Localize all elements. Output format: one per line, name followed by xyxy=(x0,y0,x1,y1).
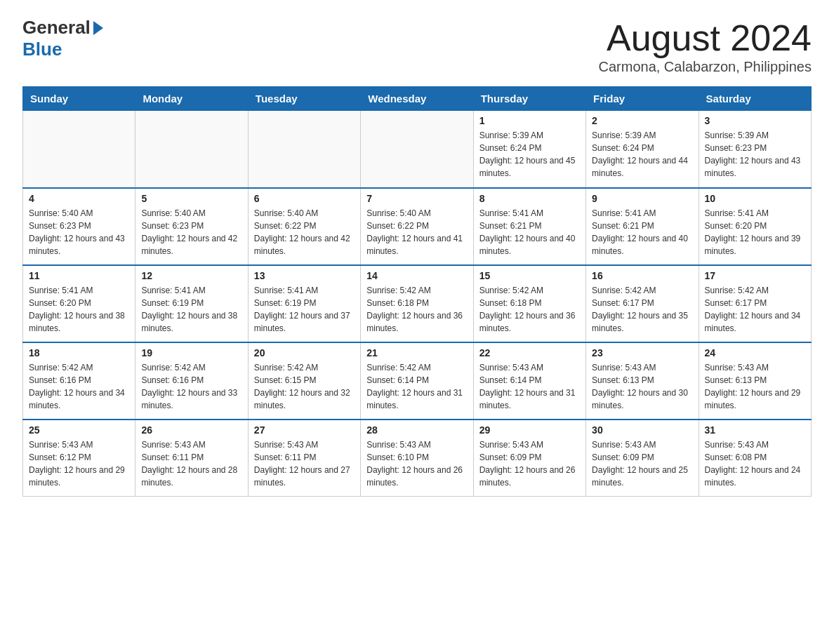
day-number: 10 xyxy=(705,193,805,204)
day-number: 17 xyxy=(705,270,805,281)
day-number: 27 xyxy=(254,424,355,436)
day-number: 20 xyxy=(254,347,355,358)
logo-blue-text: Blue xyxy=(22,39,62,60)
calendar-cell: 26Sunrise: 5:43 AM Sunset: 6:11 PM Dayli… xyxy=(135,420,248,497)
day-info: Sunrise: 5:41 AM Sunset: 6:21 PM Dayligh… xyxy=(479,207,580,257)
month-title: August 2024 xyxy=(599,17,812,59)
day-header-tuesday: Tuesday xyxy=(248,87,360,111)
calendar-cell: 7Sunrise: 5:40 AM Sunset: 6:22 PM Daylig… xyxy=(361,188,473,265)
day-number: 26 xyxy=(141,424,241,436)
day-number: 4 xyxy=(29,193,129,204)
day-info: Sunrise: 5:43 AM Sunset: 6:08 PM Dayligh… xyxy=(705,438,805,489)
day-info: Sunrise: 5:40 AM Sunset: 6:23 PM Dayligh… xyxy=(141,207,241,257)
calendar-cell: 18Sunrise: 5:42 AM Sunset: 6:16 PM Dayli… xyxy=(23,342,135,420)
calendar-cell: 29Sunrise: 5:43 AM Sunset: 6:09 PM Dayli… xyxy=(473,420,585,497)
logo: General Blue xyxy=(22,17,103,60)
day-number: 6 xyxy=(254,193,355,204)
calendar-cell: 1Sunrise: 5:39 AM Sunset: 6:24 PM Daylig… xyxy=(473,111,585,188)
week-row-2: 4Sunrise: 5:40 AM Sunset: 6:23 PM Daylig… xyxy=(23,188,812,265)
calendar-cell: 5Sunrise: 5:40 AM Sunset: 6:23 PM Daylig… xyxy=(135,188,248,265)
calendar-table: SundayMondayTuesdayWednesdayThursdayFrid… xyxy=(22,86,812,497)
calendar-cell: 15Sunrise: 5:42 AM Sunset: 6:18 PM Dayli… xyxy=(473,265,585,342)
day-number: 16 xyxy=(592,270,692,281)
day-info: Sunrise: 5:42 AM Sunset: 6:18 PM Dayligh… xyxy=(479,284,580,335)
day-info: Sunrise: 5:42 AM Sunset: 6:18 PM Dayligh… xyxy=(366,284,467,335)
day-info: Sunrise: 5:41 AM Sunset: 6:19 PM Dayligh… xyxy=(254,284,355,335)
day-info: Sunrise: 5:39 AM Sunset: 6:24 PM Dayligh… xyxy=(479,129,580,180)
calendar-cell: 4Sunrise: 5:40 AM Sunset: 6:23 PM Daylig… xyxy=(23,188,135,265)
calendar-cell xyxy=(23,111,135,188)
day-info: Sunrise: 5:43 AM Sunset: 6:13 PM Dayligh… xyxy=(705,361,805,412)
day-number: 3 xyxy=(705,115,805,126)
day-number: 21 xyxy=(366,347,467,358)
calendar-cell: 14Sunrise: 5:42 AM Sunset: 6:18 PM Dayli… xyxy=(361,265,473,342)
day-info: Sunrise: 5:43 AM Sunset: 6:10 PM Dayligh… xyxy=(366,438,467,489)
day-header-monday: Monday xyxy=(135,87,248,111)
logo-general-text: General xyxy=(22,17,91,39)
day-number: 23 xyxy=(592,347,692,358)
calendar-cell: 23Sunrise: 5:43 AM Sunset: 6:13 PM Dayli… xyxy=(586,342,699,420)
day-info: Sunrise: 5:43 AM Sunset: 6:14 PM Dayligh… xyxy=(479,361,580,412)
logo-arrow-icon xyxy=(93,21,103,35)
day-number: 15 xyxy=(479,270,580,281)
week-row-3: 11Sunrise: 5:41 AM Sunset: 6:20 PM Dayli… xyxy=(23,265,812,342)
day-number: 9 xyxy=(592,193,692,204)
day-info: Sunrise: 5:40 AM Sunset: 6:22 PM Dayligh… xyxy=(366,207,467,257)
day-number: 18 xyxy=(29,347,129,358)
day-number: 22 xyxy=(479,347,580,358)
calendar-cell: 22Sunrise: 5:43 AM Sunset: 6:14 PM Dayli… xyxy=(473,342,585,420)
day-info: Sunrise: 5:43 AM Sunset: 6:11 PM Dayligh… xyxy=(141,438,241,489)
calendar-cell: 9Sunrise: 5:41 AM Sunset: 6:21 PM Daylig… xyxy=(586,188,699,265)
day-info: Sunrise: 5:40 AM Sunset: 6:23 PM Dayligh… xyxy=(29,207,129,257)
day-number: 14 xyxy=(366,270,467,281)
week-row-1: 1Sunrise: 5:39 AM Sunset: 6:24 PM Daylig… xyxy=(23,111,812,188)
calendar-cell: 11Sunrise: 5:41 AM Sunset: 6:20 PM Dayli… xyxy=(23,265,135,342)
calendar-cell xyxy=(135,111,248,188)
day-number: 7 xyxy=(366,193,467,204)
day-number: 25 xyxy=(29,424,129,436)
calendar-cell: 10Sunrise: 5:41 AM Sunset: 6:20 PM Dayli… xyxy=(699,188,811,265)
calendar-cell: 28Sunrise: 5:43 AM Sunset: 6:10 PM Dayli… xyxy=(361,420,473,497)
calendar-cell: 8Sunrise: 5:41 AM Sunset: 6:21 PM Daylig… xyxy=(473,188,585,265)
day-info: Sunrise: 5:41 AM Sunset: 6:20 PM Dayligh… xyxy=(29,284,129,335)
day-info: Sunrise: 5:43 AM Sunset: 6:12 PM Dayligh… xyxy=(29,438,129,489)
day-number: 30 xyxy=(592,424,692,436)
day-info: Sunrise: 5:41 AM Sunset: 6:19 PM Dayligh… xyxy=(141,284,241,335)
week-row-5: 25Sunrise: 5:43 AM Sunset: 6:12 PM Dayli… xyxy=(23,420,812,497)
day-info: Sunrise: 5:42 AM Sunset: 6:17 PM Dayligh… xyxy=(705,284,805,335)
calendar-cell: 21Sunrise: 5:42 AM Sunset: 6:14 PM Dayli… xyxy=(361,342,473,420)
day-info: Sunrise: 5:43 AM Sunset: 6:09 PM Dayligh… xyxy=(592,438,692,489)
day-info: Sunrise: 5:39 AM Sunset: 6:23 PM Dayligh… xyxy=(705,129,805,180)
day-number: 29 xyxy=(479,424,580,436)
day-info: Sunrise: 5:43 AM Sunset: 6:11 PM Dayligh… xyxy=(254,438,355,489)
day-info: Sunrise: 5:43 AM Sunset: 6:09 PM Dayligh… xyxy=(479,438,580,489)
calendar-cell: 20Sunrise: 5:42 AM Sunset: 6:15 PM Dayli… xyxy=(248,342,360,420)
day-info: Sunrise: 5:42 AM Sunset: 6:14 PM Dayligh… xyxy=(366,361,467,412)
day-header-friday: Friday xyxy=(586,87,699,111)
calendar-cell xyxy=(361,111,473,188)
calendar-cell: 17Sunrise: 5:42 AM Sunset: 6:17 PM Dayli… xyxy=(699,265,811,342)
calendar-cell: 30Sunrise: 5:43 AM Sunset: 6:09 PM Dayli… xyxy=(586,420,699,497)
day-number: 2 xyxy=(592,115,692,126)
calendar-cell: 25Sunrise: 5:43 AM Sunset: 6:12 PM Dayli… xyxy=(23,420,135,497)
day-number: 8 xyxy=(479,193,580,204)
day-number: 19 xyxy=(141,347,241,358)
day-info: Sunrise: 5:40 AM Sunset: 6:22 PM Dayligh… xyxy=(254,207,355,257)
page-header: General Blue August 2024 Carmona, Calaba… xyxy=(22,17,812,75)
day-number: 31 xyxy=(705,424,805,436)
day-info: Sunrise: 5:41 AM Sunset: 6:21 PM Dayligh… xyxy=(592,207,692,257)
day-header-wednesday: Wednesday xyxy=(361,87,473,111)
day-info: Sunrise: 5:42 AM Sunset: 6:15 PM Dayligh… xyxy=(254,361,355,412)
day-info: Sunrise: 5:42 AM Sunset: 6:16 PM Dayligh… xyxy=(29,361,129,412)
week-row-4: 18Sunrise: 5:42 AM Sunset: 6:16 PM Dayli… xyxy=(23,342,812,420)
calendar-cell: 2Sunrise: 5:39 AM Sunset: 6:24 PM Daylig… xyxy=(586,111,699,188)
day-header-thursday: Thursday xyxy=(473,87,585,111)
day-number: 11 xyxy=(29,270,129,281)
day-info: Sunrise: 5:39 AM Sunset: 6:24 PM Dayligh… xyxy=(592,129,692,180)
calendar-cell: 13Sunrise: 5:41 AM Sunset: 6:19 PM Dayli… xyxy=(248,265,360,342)
day-info: Sunrise: 5:42 AM Sunset: 6:16 PM Dayligh… xyxy=(141,361,241,412)
title-block: August 2024 Carmona, Calabarzon, Philipp… xyxy=(599,17,812,75)
day-number: 12 xyxy=(141,270,241,281)
day-info: Sunrise: 5:43 AM Sunset: 6:13 PM Dayligh… xyxy=(592,361,692,412)
day-info: Sunrise: 5:41 AM Sunset: 6:20 PM Dayligh… xyxy=(705,207,805,257)
